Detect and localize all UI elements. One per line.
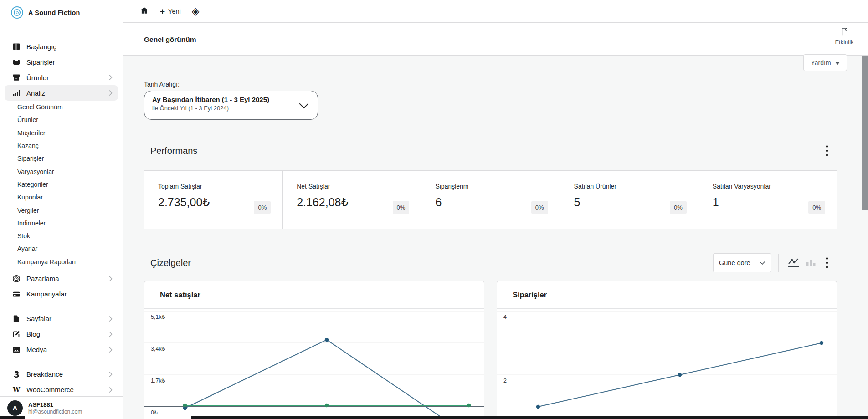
sidebar-subitem-vergiler[interactable]: Vergiler xyxy=(0,204,123,216)
page-title: Genel görünüm xyxy=(144,36,196,44)
woo-icon: W xyxy=(12,385,21,394)
sidebar-subitem-varyasyonlar[interactable]: Varyasyonlar xyxy=(0,165,123,178)
interval-select-value: Güne göre xyxy=(719,259,750,266)
charts-title: Çizelgeler xyxy=(150,258,191,268)
user-email: hi@asoundfiction.com xyxy=(28,409,82,415)
user-name: ASF1881 xyxy=(28,401,82,409)
stat-card-siparislerim[interactable]: Siparişlerim60% xyxy=(421,171,560,229)
sidebar-item-breakdance[interactable]: Breakdance xyxy=(5,367,118,382)
delta-badge: 0% xyxy=(808,201,825,214)
page-header: Genel görünüm Etkinlik xyxy=(123,23,868,56)
sidebar-subitem-genel-gorunum[interactable]: Genel Görünüm xyxy=(0,101,123,113)
sidebar-item-medya[interactable]: Medya xyxy=(5,342,118,358)
sidebar-subitem-ayarlar[interactable]: Ayarlar xyxy=(0,242,123,255)
bar-chart-icon xyxy=(805,257,818,268)
sidebar-subitem-kuponlar[interactable]: Kuponlar xyxy=(0,191,123,204)
chevron-right-icon xyxy=(109,347,113,353)
sidebar-subitem-indirmeler[interactable]: İndirmeler xyxy=(0,217,123,230)
sidebar-subitem-kazanc[interactable]: Kazanç xyxy=(0,139,123,152)
box-icon xyxy=(12,73,21,82)
net-sales-plot: 5,1k₺3,4k₺1,7k₺0₺ xyxy=(144,309,484,419)
bar-chart-toggle[interactable] xyxy=(803,254,820,271)
sidebar-subitem-kategoriler[interactable]: Kategoriler xyxy=(0,178,123,191)
taskbar-edge xyxy=(0,416,25,419)
activity-label: Etkinlik xyxy=(828,39,861,46)
line-chart-toggle[interactable] xyxy=(786,254,803,271)
sidebar-item-siparisler[interactable]: Siparişler xyxy=(5,54,118,70)
stat-label: Siparişlerim xyxy=(435,183,547,190)
interval-select[interactable]: Güne göre xyxy=(713,253,771,272)
home-button[interactable] xyxy=(139,6,149,17)
sidebar-subitem-urunler[interactable]: Ürünler xyxy=(0,113,123,126)
data-point[interactable] xyxy=(820,341,823,345)
new-button[interactable]: + Yeni xyxy=(160,7,181,15)
sidebar-item-analiz[interactable]: Analiz xyxy=(5,85,118,101)
sidebar-item-woocommerce[interactable]: WWooCommerce xyxy=(5,382,118,398)
delta-badge: 0% xyxy=(254,201,271,214)
sidebar-item-urunler[interactable]: Ürünler xyxy=(5,70,118,85)
chevron-right-icon xyxy=(109,387,113,393)
sidebar-item-blog[interactable]: Blog xyxy=(5,327,118,342)
breakdance-toolbar-button[interactable]: ◈ xyxy=(192,6,200,16)
chevron-right-icon xyxy=(109,316,113,322)
data-point[interactable] xyxy=(678,373,682,377)
user-panel[interactable]: A ASF1881 hi@asoundfiction.com xyxy=(0,396,123,419)
data-point[interactable] xyxy=(536,405,540,409)
stat-value: 5 xyxy=(574,196,580,209)
performance-menu-button[interactable] xyxy=(825,144,829,158)
data-point[interactable] xyxy=(183,404,187,407)
stat-value: 6 xyxy=(435,196,442,209)
scrollbar-thumb[interactable] xyxy=(862,56,868,210)
sidebar-subitem-kampanya-raporlari[interactable]: Kampanya Raporları xyxy=(0,255,123,268)
chevron-right-icon xyxy=(109,75,113,80)
sidebar-subitem-musteriler[interactable]: Müşteriler xyxy=(0,127,123,139)
stat-card-net-satislar[interactable]: Net Satışlar2.162,08₺0% xyxy=(283,171,421,229)
chart-icon xyxy=(12,88,21,97)
media-icon xyxy=(12,345,21,354)
y-axis-label: 4 xyxy=(503,314,507,320)
chevron-right-icon xyxy=(109,276,113,281)
help-dropdown[interactable]: Yardım xyxy=(803,54,847,71)
stat-card-satilan-varyasyonlar[interactable]: Satılan Varyasyonlar10% xyxy=(699,171,837,229)
sidebar-nav: BaşlangıçSiparişlerÜrünlerAnalizGenel Gö… xyxy=(0,39,123,398)
sidebar-item-baslangic[interactable]: Başlangıç xyxy=(5,39,118,54)
sidebar-subitem-stok[interactable]: Stok xyxy=(0,230,123,242)
logo-icon xyxy=(11,6,23,19)
chart-card-net-sales: Net satışlar5,1k₺3,4k₺1,7k₺0₺ xyxy=(144,281,484,419)
data-point[interactable] xyxy=(325,338,329,342)
flag-icon xyxy=(839,30,849,38)
sidebar-item-pazarlama[interactable]: Pazarlama xyxy=(5,271,118,286)
orders-plot: 42 xyxy=(497,309,837,419)
date-range-secondary: ile Önceki Yıl (1 - 3 Eyl 2024) xyxy=(152,105,295,112)
svg-text:W: W xyxy=(12,386,20,393)
y-axis-label: 3,4k₺ xyxy=(151,346,165,352)
stat-value: 2.162,08₺ xyxy=(297,196,348,209)
sidebar-item-kampanyalar[interactable]: Kampanyalar xyxy=(5,286,118,302)
stat-label: Toplam Satışlar xyxy=(158,183,270,190)
admin-bar: + Yeni ◈ xyxy=(123,0,868,23)
taskbar-edge xyxy=(191,416,868,419)
date-range-picker[interactable]: Ay Başından İtibaren (1 - 3 Eyl 2025) il… xyxy=(144,91,318,120)
stat-card-toplam-satislar[interactable]: Toplam Satışlar2.735,00₺0% xyxy=(144,171,283,229)
site-logo[interactable]: A Sound Fiction xyxy=(0,0,123,19)
stat-card-satilan-urunler[interactable]: Satılan Ürünler50% xyxy=(560,171,699,229)
columns-icon xyxy=(12,42,21,51)
charts-menu-button[interactable] xyxy=(825,256,829,270)
stat-value: 1 xyxy=(713,196,719,209)
sidebar-item-sayfalar[interactable]: Sayfalar xyxy=(5,311,118,327)
pages-icon xyxy=(12,314,21,323)
divider xyxy=(211,151,813,151)
avatar: A xyxy=(7,400,23,416)
diamond-icon: ◈ xyxy=(192,6,200,16)
home-icon xyxy=(139,6,149,17)
help-label: Yardım xyxy=(811,59,831,66)
activity-button[interactable]: Etkinlik xyxy=(828,26,861,46)
performance-section-head: Performans xyxy=(150,143,829,159)
data-point[interactable] xyxy=(325,404,329,407)
data-point[interactable] xyxy=(467,404,471,407)
inbox-icon xyxy=(12,57,21,66)
stat-label: Net Satışlar xyxy=(297,183,408,190)
line-chart-icon xyxy=(787,257,801,269)
charts-section-head: Çizelgeler Güne göre xyxy=(150,253,829,273)
sidebar-subitem-siparisler[interactable]: Siparişler xyxy=(0,152,123,165)
